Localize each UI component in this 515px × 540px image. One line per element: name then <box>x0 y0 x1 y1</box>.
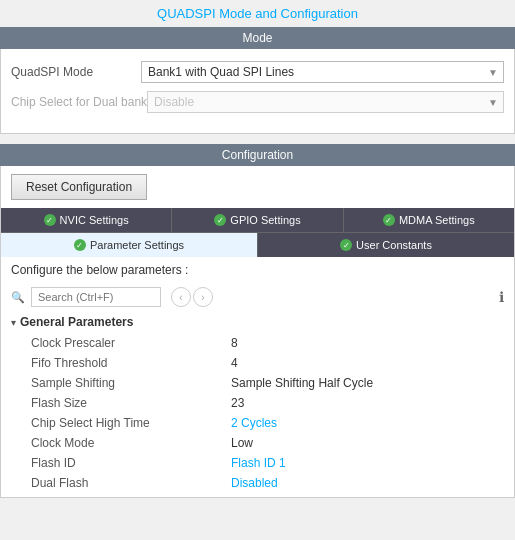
nvic-tab-label: NVIC Settings <box>60 214 129 226</box>
table-row: Flash IDFlash ID 1 <box>11 453 504 473</box>
param-name: Flash Size <box>11 393 211 413</box>
param-value: Sample Shifting Half Cycle <box>211 373 504 393</box>
search-icon: 🔍 <box>11 291 25 304</box>
param-name: Sample Shifting <box>11 373 211 393</box>
config-header: Configuration <box>0 144 515 166</box>
param-tab-label: Parameter Settings <box>90 239 184 251</box>
search-input[interactable] <box>31 287 161 307</box>
param-value: 23 <box>211 393 504 413</box>
param-name: Dual Flash <box>11 473 211 493</box>
tab-nvic-settings[interactable]: ✓ NVIC Settings <box>1 208 172 232</box>
param-check-icon: ✓ <box>74 239 86 251</box>
config-section: Reset Configuration ✓ NVIC Settings ✓ GP… <box>0 166 515 498</box>
table-row: Fifo Threshold4 <box>11 353 504 373</box>
param-name: Clock Mode <box>11 433 211 453</box>
quadspi-mode-row: QuadSPI Mode Bank1 with Quad SPI Lines ▼ <box>11 61 504 83</box>
param-value: 2 Cycles <box>211 413 504 433</box>
param-value: 8 <box>211 333 504 353</box>
quadspi-mode-select[interactable]: Bank1 with Quad SPI Lines <box>141 61 504 83</box>
gpio-check-icon: ✓ <box>214 214 226 226</box>
section-gap <box>0 134 515 144</box>
user-tab-label: User Constants <box>356 239 432 251</box>
group-header[interactable]: ▾ General Parameters <box>11 315 504 329</box>
tab-gpio-settings[interactable]: ✓ GPIO Settings <box>172 208 343 232</box>
quadspi-mode-label: QuadSPI Mode <box>11 65 141 79</box>
mode-section: QuadSPI Mode Bank1 with Quad SPI Lines ▼… <box>0 49 515 134</box>
chip-select-row: Chip Select for Dual bank Disable ▼ <box>11 91 504 113</box>
chip-select-select[interactable]: Disable <box>147 91 504 113</box>
info-icon: ℹ <box>499 289 504 305</box>
nav-arrows: ‹ › <box>171 287 213 307</box>
mdma-tab-label: MDMA Settings <box>399 214 475 226</box>
tab-user-constants[interactable]: ✓ User Constants <box>258 233 514 257</box>
tab-mdma-settings[interactable]: ✓ MDMA Settings <box>344 208 514 232</box>
search-row: 🔍 ‹ › ℹ <box>1 283 514 311</box>
param-table: Clock Prescaler8Fifo Threshold4Sample Sh… <box>11 333 504 493</box>
user-check-icon: ✓ <box>340 239 352 251</box>
param-value: Low <box>211 433 504 453</box>
quadspi-mode-select-wrapper[interactable]: Bank1 with Quad SPI Lines ▼ <box>141 61 504 83</box>
tabs-row1: ✓ NVIC Settings ✓ GPIO Settings ✓ MDMA S… <box>1 208 514 232</box>
group-chevron-icon: ▾ <box>11 317 16 328</box>
table-row: Clock ModeLow <box>11 433 504 453</box>
param-name: Flash ID <box>11 453 211 473</box>
table-row: Flash Size23 <box>11 393 504 413</box>
tab-parameter-settings[interactable]: ✓ Parameter Settings <box>1 233 258 257</box>
configure-label: Configure the below parameters : <box>1 257 514 283</box>
reset-btn-row: Reset Configuration <box>1 166 514 208</box>
mode-header: Mode <box>0 27 515 49</box>
mdma-check-icon: ✓ <box>383 214 395 226</box>
next-arrow[interactable]: › <box>193 287 213 307</box>
chip-select-label: Chip Select for Dual bank <box>11 95 147 109</box>
prev-arrow[interactable]: ‹ <box>171 287 191 307</box>
param-name: Clock Prescaler <box>11 333 211 353</box>
table-row: Sample ShiftingSample Shifting Half Cycl… <box>11 373 504 393</box>
page-title: QUADSPI Mode and Configuration <box>0 0 515 27</box>
group-title: General Parameters <box>20 315 133 329</box>
param-value: Flash ID 1 <box>211 453 504 473</box>
param-name: Chip Select High Time <box>11 413 211 433</box>
table-row: Chip Select High Time2 Cycles <box>11 413 504 433</box>
table-row: Dual FlashDisabled <box>11 473 504 493</box>
gpio-tab-label: GPIO Settings <box>230 214 300 226</box>
param-value: Disabled <box>211 473 504 493</box>
table-row: Clock Prescaler8 <box>11 333 504 353</box>
reset-config-button[interactable]: Reset Configuration <box>11 174 147 200</box>
param-value: 4 <box>211 353 504 373</box>
param-name: Fifo Threshold <box>11 353 211 373</box>
chip-select-wrapper[interactable]: Disable ▼ <box>147 91 504 113</box>
nvic-check-icon: ✓ <box>44 214 56 226</box>
tabs-row2: ✓ Parameter Settings ✓ User Constants <box>1 232 514 257</box>
general-parameters-group: ▾ General Parameters Clock Prescaler8Fif… <box>1 311 514 497</box>
